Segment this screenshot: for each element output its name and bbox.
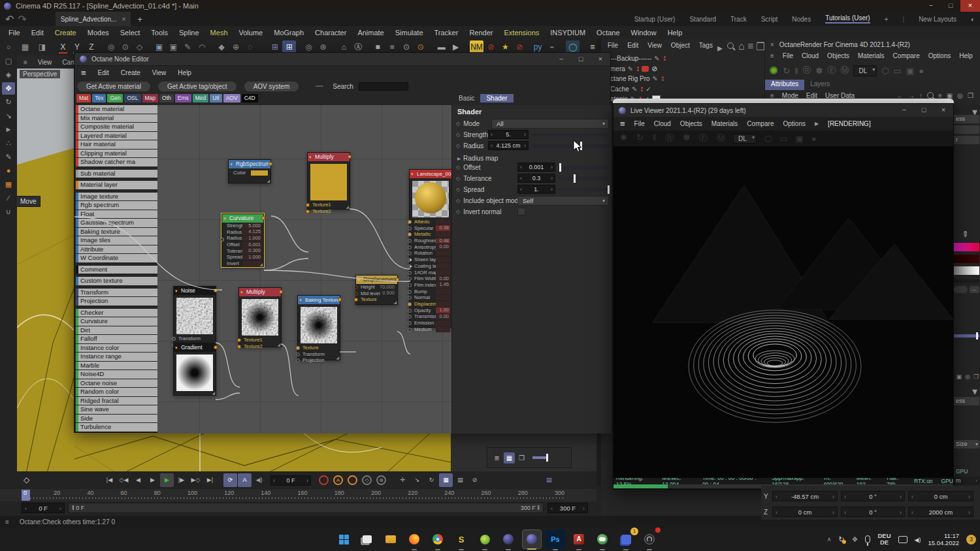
palette-tool-icon[interactable]: ► — [2, 123, 15, 136]
get-active-material-button[interactable]: Get Active material — [77, 82, 150, 91]
device-dropdown[interactable]: DL — [853, 65, 877, 76]
palette-tool-icon[interactable]: ∴ — [2, 137, 15, 150]
octane-menu-item[interactable]: Options — [928, 52, 951, 59]
material-pick-icon[interactable]: Ⓜ — [840, 65, 849, 76]
menu-more-icon[interactable] — [815, 121, 819, 127]
maximize-button[interactable] — [571, 53, 591, 66]
output-port[interactable] — [348, 155, 351, 159]
node-channel-row[interactable]: Opacity 1.00 — [410, 307, 451, 314]
file-explorer-icon[interactable] — [381, 529, 400, 549]
category-chip[interactable]: OSL — [124, 94, 140, 102]
node-channel-row[interactable]: Coating layer ▸ — [410, 263, 451, 270]
more-button[interactable]: ... — [970, 286, 979, 293]
layer-dots-icon[interactable] — [664, 56, 666, 61]
octane-menu-item[interactable]: Objects — [827, 52, 849, 59]
octane-menu-item[interactable]: Help — [959, 52, 973, 59]
menu-item[interactable]: Character — [315, 29, 346, 37]
input-port[interactable] — [408, 239, 412, 243]
record-toggle[interactable] — [319, 475, 329, 485]
keyframe-diamond-icon[interactable]: ◇ — [20, 473, 33, 487]
node-channel-row[interactable]: Transmission 0.00 — [410, 313, 451, 320]
material-list-item[interactable]: Ridged fractal — [76, 397, 158, 405]
palette-tool-icon[interactable]: ✥ — [2, 82, 15, 95]
edit-icon[interactable] — [628, 65, 633, 72]
value-gradient-bar[interactable] — [953, 266, 979, 275]
material-list-item[interactable]: Octane material — [76, 105, 158, 114]
refresh-icon[interactable]: ↻ — [783, 66, 790, 76]
input-port[interactable] — [408, 309, 412, 313]
record-toggle[interactable]: A — [333, 475, 343, 485]
menu-item[interactable]: Octane — [596, 29, 619, 37]
live-viewer-menu-item[interactable]: Objects — [680, 120, 702, 127]
menu-item[interactable]: Spline — [179, 29, 199, 37]
size-dropdown[interactable]: Size — [953, 440, 979, 449]
object-manager-menu-item[interactable]: View — [647, 42, 662, 49]
node-param-row[interactable]: Radius m..1.000 — [222, 235, 263, 242]
current-frame-field[interactable]: 0 F — [270, 475, 311, 486]
viewport-terrain[interactable] — [74, 433, 451, 471]
material-list-item[interactable]: Sub material — [76, 170, 158, 178]
node-input-row[interactable]: Texture1 — [239, 337, 281, 343]
ne-menu-create[interactable]: Create — [121, 69, 140, 76]
layer-dots-icon[interactable] — [637, 67, 639, 71]
cinema4d-icon[interactable] — [498, 529, 518, 549]
record-toggle[interactable]: ⊕ — [376, 475, 386, 485]
input-port[interactable] — [408, 245, 412, 249]
panel-menu-icon[interactable] — [620, 119, 625, 129]
object-row[interactable]: ---Backup------ — [601, 54, 764, 64]
speaker-icon[interactable]: ) — [915, 535, 921, 543]
input-port[interactable] — [408, 232, 412, 236]
range-slider[interactable]: ‖ 0 F 300 F ‖ — [68, 503, 544, 513]
camera-icon[interactable] — [642, 66, 649, 72]
object-row[interactable]: Cache — [601, 84, 764, 95]
transport-button[interactable]: ▶◇ — [189, 473, 203, 487]
live-viewer-titlebar[interactable]: Live Viewer 2021.1.4-(R2) (29 days left) — [613, 104, 953, 117]
output-port[interactable] — [269, 162, 272, 166]
record-channel-toggle[interactable]: ⊘ — [468, 473, 482, 487]
material-list-item[interactable]: Baking texture — [76, 228, 158, 236]
node-rgbspectrum[interactable]: RgbSpectrum Color ◢ — [228, 159, 271, 183]
chevron-down-icon[interactable] — [972, 385, 977, 398]
category-chip[interactable]: Gen — [107, 94, 123, 102]
material-list-item[interactable]: Sine wave — [76, 405, 158, 414]
node-displacement[interactable]: Displacement Height 70.000 Mid level 0.5… — [355, 275, 398, 305]
target-icon[interactable] — [957, 92, 963, 99]
range-start-field[interactable]: 0 F — [22, 503, 65, 513]
object-manager-menu-item[interactable]: Object — [671, 42, 690, 49]
input-port[interactable] — [220, 238, 224, 242]
resize-handle[interactable]: ◢ — [212, 390, 215, 395]
close-button[interactable] — [934, 104, 953, 117]
input-port[interactable] — [296, 358, 300, 362]
input-port[interactable] — [408, 277, 412, 281]
photoshop-icon[interactable]: Ps — [546, 529, 565, 549]
menu-item[interactable]: Extensions — [504, 29, 539, 37]
new-tab-icon[interactable] — [137, 14, 142, 24]
transport-button[interactable]: |◀ — [103, 473, 116, 487]
node-input-row[interactable]: Transform — [174, 336, 216, 342]
input-port[interactable] — [306, 203, 310, 207]
menu-item[interactable]: Render — [469, 29, 493, 37]
layer-view-icon[interactable]: ❐ — [516, 452, 527, 464]
aov-system-button[interactable]: AOV system — [244, 82, 299, 91]
material-list-item[interactable]: Dirt — [76, 326, 158, 335]
focus-pick-icon[interactable]: Ⓕ — [827, 65, 836, 76]
node-channel-row[interactable]: Film index 1.45 — [410, 282, 451, 289]
node-channel-row[interactable]: Normal — [410, 294, 451, 301]
menu-item[interactable]: File — [8, 29, 20, 37]
octane-logo-icon[interactable] — [769, 64, 778, 78]
layer-dots-icon[interactable] — [662, 76, 664, 81]
output-port[interactable] — [214, 289, 218, 292]
record-channel-toggle[interactable]: ▤ — [453, 473, 467, 487]
node-multiply-1[interactable]: Multiply Texture1 Texture2 ◢ — [307, 152, 350, 210]
layout-item[interactable]: Track — [730, 16, 747, 23]
timeline-ruler[interactable]: 0204060801001201401601802002202402602803… — [0, 489, 596, 501]
input-port[interactable] — [408, 227, 412, 230]
clock[interactable]: 11:1715.04.2022 — [928, 532, 959, 546]
transport-button[interactable]: ◀ — [131, 473, 145, 487]
live-viewer-tool-icon[interactable]: Ⓡ — [665, 133, 674, 144]
viewport-menu-icon[interactable] — [24, 59, 27, 66]
category-chip[interactable]: Utl — [210, 94, 221, 102]
spread-field[interactable]: 1. — [517, 185, 555, 194]
sphere-icon[interactable]: ● — [811, 134, 817, 144]
palette-tool-icon[interactable]: ↘ — [2, 110, 15, 122]
